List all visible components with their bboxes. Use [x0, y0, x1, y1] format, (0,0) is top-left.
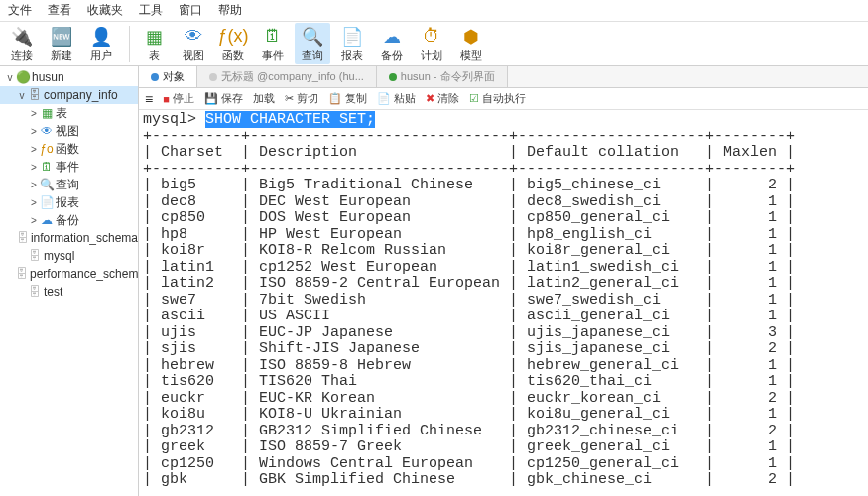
- function-button-icon: ƒ(x): [218, 26, 249, 48]
- load-button[interactable]: 加载: [253, 91, 275, 106]
- paste-button-label: 粘贴: [394, 91, 416, 106]
- tree-queries-icon: 🔍: [40, 178, 54, 191]
- db-performance-schema[interactable]: 🗄performance_schema: [0, 265, 138, 283]
- table-row: | euckr | EUC-KR Korean | euckr_korean_c…: [143, 390, 795, 407]
- new-button-label: 新建: [51, 48, 72, 62]
- db-information-schema-label: information_schema: [31, 231, 138, 245]
- tab-dot-icon: [209, 73, 217, 81]
- menu-3[interactable]: 工具: [139, 2, 163, 19]
- event-button[interactable]: 🗓事件: [255, 23, 291, 64]
- sql-command[interactable]: SHOW CHARACTER SET;: [205, 111, 375, 128]
- copy-button-label: 复制: [345, 91, 367, 106]
- table-row: | cp1250 | Windows Central European | cp…: [143, 455, 795, 472]
- console-toolbar: ≡■停止💾保存加载✂剪切📋复制📄粘贴✖清除☑自动执行: [139, 88, 868, 110]
- db-mysql-icon: 🗄: [28, 249, 42, 263]
- function-button[interactable]: ƒ(x)函数: [215, 23, 251, 64]
- query-button[interactable]: 🔍查询: [295, 23, 330, 64]
- autoexec-toggle-label: 自动执行: [482, 91, 526, 106]
- db-mysql[interactable]: 🗄mysql: [0, 247, 138, 265]
- report-button[interactable]: 📄报表: [334, 23, 370, 64]
- tree-tables-label: 表: [56, 105, 67, 122]
- copy-button-icon: 📋: [328, 92, 342, 105]
- conn-husun[interactable]: v🟢husun: [0, 68, 138, 86]
- tree-tables-icon: ▦: [40, 106, 54, 120]
- tree-functions[interactable]: >ƒo函数: [0, 140, 138, 158]
- model-button[interactable]: ⬢模型: [453, 23, 489, 64]
- table-row: | gbk | GBK Simplified Chinese | gbk_chi…: [143, 471, 795, 488]
- table-row: | cp850 | DOS West European | cp850_gene…: [143, 209, 795, 226]
- stop-button[interactable]: ■停止: [163, 91, 194, 106]
- report-button-label: 报表: [341, 48, 363, 62]
- query-button-label: 查询: [302, 48, 323, 62]
- schedule-button-label: 计划: [421, 48, 442, 62]
- stop-button-icon: ■: [163, 93, 170, 105]
- db-information-schema[interactable]: 🗄information_schema: [0, 229, 138, 247]
- conn-husun-label: husun: [32, 70, 64, 84]
- load-button-label: 加载: [253, 91, 275, 106]
- tab-objects[interactable]: 对象: [139, 66, 197, 87]
- tree-functions-label: 函数: [56, 141, 79, 158]
- db-performance-schema-label: performance_schema: [30, 267, 139, 281]
- menu-2[interactable]: 收藏夹: [87, 2, 123, 19]
- copy-button[interactable]: 📋复制: [328, 91, 367, 106]
- user-button[interactable]: 👤用户: [83, 23, 119, 64]
- table-header-row: | Charset | Description | Default collat…: [143, 144, 795, 161]
- menu-1[interactable]: 查看: [48, 2, 71, 19]
- hamburger-icon[interactable]: ≡: [145, 91, 153, 107]
- cut-button-icon: ✂: [285, 92, 294, 105]
- db-test-label: test: [44, 285, 62, 299]
- tree-tables[interactable]: >▦表: [0, 104, 138, 122]
- db-company-info[interactable]: v🗄company_info: [0, 86, 138, 104]
- menu-4[interactable]: 窗口: [179, 2, 202, 19]
- save-button[interactable]: 💾保存: [204, 91, 243, 106]
- table-row: | tis620 | TIS620 Thai | tis620_thai_ci …: [143, 373, 795, 390]
- tree-queries-label: 查询: [56, 177, 79, 193]
- twisty-icon[interactable]: v: [4, 72, 16, 83]
- paste-button[interactable]: 📄粘贴: [377, 91, 416, 106]
- table-row: | big5 | Big5 Traditional Chinese | big5…: [143, 177, 795, 193]
- tab-untitled[interactable]: 无标题 @company_info (hu...: [197, 66, 377, 87]
- twisty-icon[interactable]: >: [28, 180, 40, 190]
- db-test[interactable]: 🗄test: [0, 283, 138, 301]
- connect-button[interactable]: 🔌连接: [4, 23, 40, 64]
- twisty-icon[interactable]: v: [16, 90, 28, 101]
- twisty-icon[interactable]: >: [28, 126, 40, 137]
- tree-backups[interactable]: >☁备份: [0, 211, 138, 229]
- menubar: 文件查看收藏夹工具窗口帮助: [0, 0, 868, 22]
- sql-console[interactable]: mysql> SHOW CHARACTER SET; +----------+-…: [139, 110, 868, 496]
- menu-5[interactable]: 帮助: [218, 2, 242, 19]
- table-row: | latin1 | cp1252 West European | latin1…: [143, 259, 795, 276]
- tree-views-icon: 👁: [40, 124, 54, 138]
- schedule-button-icon: ⏱: [423, 26, 440, 48]
- menu-0[interactable]: 文件: [8, 2, 32, 19]
- new-button[interactable]: 🆕新建: [44, 23, 79, 64]
- table-row: | ujis | EUC-JP Japanese | ujis_japanese…: [143, 324, 795, 341]
- clear-button[interactable]: ✖清除: [426, 91, 459, 106]
- tree-views[interactable]: >👁视图: [0, 122, 138, 140]
- backup-button[interactable]: ☁备份: [374, 23, 410, 64]
- table-button[interactable]: ▦表: [136, 23, 172, 64]
- tree-queries[interactable]: >🔍查询: [0, 176, 138, 193]
- paste-button-icon: 📄: [377, 92, 391, 105]
- schedule-button[interactable]: ⏱计划: [414, 23, 449, 64]
- tree-events-icon: 🗓: [40, 160, 54, 174]
- prompt: mysql>: [143, 111, 205, 128]
- autoexec-toggle[interactable]: ☑自动执行: [469, 91, 526, 106]
- conn-husun-icon: 🟢: [16, 70, 30, 84]
- twisty-icon[interactable]: >: [28, 108, 40, 119]
- twisty-icon[interactable]: >: [28, 215, 40, 226]
- view-button[interactable]: 👁视图: [176, 23, 211, 64]
- main-toolbar: 🔌连接🆕新建👤用户▦表👁视图ƒ(x)函数🗓事件🔍查询📄报表☁备份⏱计划⬢模型: [0, 22, 868, 66]
- twisty-icon[interactable]: >: [28, 162, 40, 173]
- tab-cmd[interactable]: husun - 命令列界面: [377, 66, 508, 87]
- tab-untitled-label: 无标题 @company_info (hu...: [221, 69, 364, 84]
- tree-reports[interactable]: >📄报表: [0, 193, 138, 211]
- table-button-icon: ▦: [146, 26, 163, 48]
- save-button-label: 保存: [221, 91, 243, 106]
- connect-button-label: 连接: [11, 48, 33, 62]
- tree-events[interactable]: >🗓事件: [0, 158, 138, 176]
- twisty-icon[interactable]: >: [28, 197, 40, 208]
- cut-button[interactable]: ✂剪切: [285, 91, 318, 106]
- sidebar-tree[interactable]: v🟢husunv🗄company_info>▦表>👁视图>ƒo函数>🗓事件>🔍查…: [0, 66, 139, 496]
- twisty-icon[interactable]: >: [28, 144, 40, 155]
